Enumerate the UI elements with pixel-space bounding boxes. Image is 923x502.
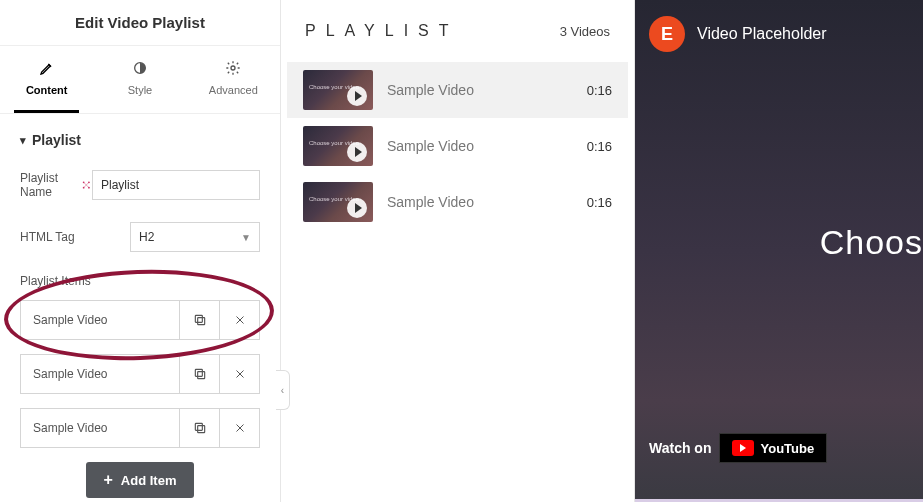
playlist-title: PLAYLIST	[305, 22, 459, 40]
playlist-row[interactable]: Choose your video Sample Video 0:16	[287, 118, 628, 174]
html-tag-label: HTML Tag	[20, 230, 75, 244]
tab-content-label: Content	[26, 84, 68, 96]
remove-button[interactable]	[219, 409, 259, 447]
playlist-name-row: Playlist Name	[20, 170, 260, 200]
editor-sidebar: Edit Video Playlist Content Style Advanc…	[0, 0, 281, 502]
html-tag-row: HTML Tag H2 ▼	[20, 222, 260, 252]
playlist-row-duration: 0:16	[587, 139, 612, 154]
video-header: E Video Placeholder	[635, 0, 923, 68]
playlist-item[interactable]: Sample Video	[20, 354, 260, 394]
playlist-item[interactable]: Sample Video	[20, 408, 260, 448]
svg-point-1	[231, 66, 235, 70]
playlist-rows: Choose your video Sample Video 0:16 Choo…	[281, 62, 634, 230]
duplicate-button[interactable]	[179, 301, 219, 339]
collapse-sidebar-handle[interactable]: ‹	[276, 370, 290, 410]
add-item-label: Add Item	[121, 473, 177, 488]
gear-icon	[225, 60, 241, 76]
dynamic-icon[interactable]	[81, 178, 92, 192]
video-overlay-text: Choos	[820, 223, 923, 262]
copy-icon	[193, 313, 207, 327]
playlist-row-title: Sample Video	[387, 138, 573, 154]
playlist-header: PLAYLIST 3 Videos	[281, 0, 634, 62]
video-thumbnail: Choose your video	[303, 182, 373, 222]
tab-content[interactable]: Content	[0, 46, 93, 113]
elementor-logo-icon: E	[649, 16, 685, 52]
playlist-row-title: Sample Video	[387, 194, 573, 210]
playlist-item-title: Sample Video	[21, 409, 179, 447]
video-thumbnail: Choose your video	[303, 126, 373, 166]
remove-button[interactable]	[219, 355, 259, 393]
play-icon	[347, 86, 367, 106]
html-tag-select[interactable]: H2 ▼	[130, 222, 260, 252]
video-player: E Video Placeholder Choos Watch on YouTu…	[635, 0, 923, 502]
plus-icon: +	[104, 472, 113, 488]
playlist-item-title: Sample Video	[21, 355, 179, 393]
close-icon	[234, 422, 246, 434]
playlist-row-title: Sample Video	[387, 82, 573, 98]
copy-icon	[193, 367, 207, 381]
tab-style[interactable]: Style	[93, 46, 186, 113]
copy-icon	[193, 421, 207, 435]
playlist-name-label: Playlist Name	[20, 171, 75, 199]
contrast-icon	[132, 60, 148, 76]
playlist-preview: PLAYLIST 3 Videos Choose your video Samp…	[281, 0, 635, 502]
section-heading-label: Playlist	[32, 132, 81, 148]
youtube-label: YouTube	[760, 441, 814, 456]
svg-rect-11	[195, 423, 202, 430]
playlist-row-duration: 0:16	[587, 195, 612, 210]
video-thumbnail: Choose your video	[303, 70, 373, 110]
playlist-items-label: Playlist Items	[20, 274, 260, 288]
play-icon	[347, 198, 367, 218]
section-playlist: ▾ Playlist Playlist Name HTML Tag H2 ▼ P…	[0, 114, 280, 502]
svg-rect-10	[197, 426, 204, 433]
duplicate-button[interactable]	[179, 355, 219, 393]
youtube-icon	[732, 440, 754, 456]
playlist-row[interactable]: Choose your video Sample Video 0:16	[287, 62, 628, 118]
watch-on-youtube-button[interactable]: YouTube	[719, 433, 827, 463]
close-icon	[234, 314, 246, 326]
playlist-name-input[interactable]	[92, 170, 260, 200]
tab-advanced-label: Advanced	[209, 84, 258, 96]
add-item-button[interactable]: + Add Item	[86, 462, 195, 498]
editor-tabs: Content Style Advanced	[0, 46, 280, 114]
editor-title: Edit Video Playlist	[0, 0, 280, 46]
video-footer: Watch on YouTube	[635, 417, 923, 499]
playlist-row-duration: 0:16	[587, 83, 612, 98]
duplicate-button[interactable]	[179, 409, 219, 447]
play-icon	[347, 142, 367, 162]
chevron-left-icon: ‹	[281, 385, 284, 396]
chevron-down-icon: ▼	[241, 232, 251, 243]
watch-on-label: Watch on	[649, 440, 711, 456]
tab-style-label: Style	[128, 84, 152, 96]
playlist-item-title: Sample Video	[21, 301, 179, 339]
svg-rect-8	[197, 372, 204, 379]
playlist-row[interactable]: Choose your video Sample Video 0:16	[287, 174, 628, 230]
close-icon	[234, 368, 246, 380]
caret-down-icon: ▾	[20, 134, 26, 147]
playlist-count: 3 Videos	[560, 24, 610, 39]
svg-rect-9	[195, 369, 202, 376]
html-tag-value: H2	[139, 230, 154, 244]
tab-advanced[interactable]: Advanced	[187, 46, 280, 113]
video-body[interactable]: Choos	[635, 68, 923, 417]
pencil-icon	[39, 60, 55, 76]
remove-button[interactable]	[219, 301, 259, 339]
section-heading[interactable]: ▾ Playlist	[20, 132, 260, 148]
video-title: Video Placeholder	[697, 25, 827, 43]
playlist-item[interactable]: Sample Video	[20, 300, 260, 340]
playlist-items: Sample Video Sample Video Sample Video	[20, 300, 260, 448]
svg-rect-7	[195, 315, 202, 322]
svg-rect-6	[197, 318, 204, 325]
